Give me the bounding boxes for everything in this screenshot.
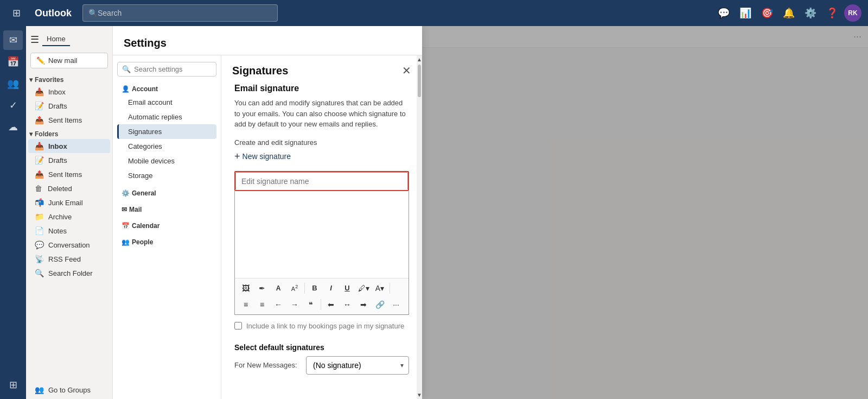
rail-people-icon[interactable]: 👥 — [3, 74, 23, 93]
settings-icon[interactable]: ⚙️ — [801, 3, 820, 23]
mail-section: ✉ Mail — [117, 204, 216, 216]
new-signature-button[interactable]: + New signature — [234, 151, 291, 162]
toolbar-underline-btn[interactable]: U — [340, 281, 355, 296]
toolbar-superscript-btn[interactable]: A2 — [287, 281, 302, 296]
nav-email-account[interactable]: Email account — [117, 95, 216, 110]
signature-name-wrapper — [234, 171, 409, 191]
nav-signatures[interactable]: Signatures — [117, 124, 216, 139]
folders-section[interactable]: ▾ Folders — [26, 127, 112, 139]
settings-body: 🔍 👤 Account Email account Automatic repl… — [113, 55, 422, 399]
rail-apps-icon[interactable]: ⊞ — [3, 375, 23, 395]
notifications-icon[interactable]: 🔔 — [779, 3, 799, 23]
sidebar-item-junk[interactable]: 📬 Junk Email — [28, 195, 110, 210]
signatures-title: Signatures — [232, 65, 288, 77]
apps-icon[interactable]: ⊞ — [7, 3, 26, 23]
create-label: Create and edit signatures — [234, 138, 409, 147]
select-default-label: Select default signatures — [234, 343, 409, 352]
sidebar-item-drafts-fav[interactable]: 📝 Drafts — [28, 99, 110, 113]
toolbar-indent-increase-btn[interactable]: → — [287, 297, 302, 312]
new-mail-button[interactable]: ✏️ New mail — [30, 53, 108, 68]
left-sidebar: ☰ Home ✏️ New mail ▾ Favorites 📥 Inbox 📝… — [26, 26, 113, 399]
sidebar-item-sent-fav[interactable]: 📤 Sent Items — [28, 113, 110, 127]
rail-onedrive-icon[interactable]: ☁ — [3, 117, 23, 137]
rail-calendar-icon[interactable]: 📅 — [3, 52, 23, 72]
general-section: ⚙️ General — [117, 187, 216, 199]
toolbar-highlight-btn[interactable]: 🖊▾ — [356, 281, 371, 296]
toolbar-font-size-btn[interactable]: A — [271, 281, 286, 296]
settings-search-box[interactable]: 🔍 — [117, 62, 216, 77]
settings-overlay: Settings 🔍 👤 Account — [113, 26, 868, 399]
calendar-section-header[interactable]: 📅 Calendar — [117, 220, 216, 232]
general-section-header[interactable]: ⚙️ General — [117, 187, 216, 199]
sidebar-item-search-folder[interactable]: 🔍 Search Folder — [28, 266, 110, 280]
toolbar-align-center-btn[interactable]: ↔ — [340, 297, 355, 312]
toolbar-bold-btn[interactable]: B — [307, 281, 322, 296]
sidebar-item-inbox-fav[interactable]: 📥 Inbox — [28, 85, 110, 99]
scrollbar[interactable]: ▲ ▼ — [417, 55, 422, 399]
bookings-checkbox[interactable] — [234, 322, 242, 330]
settings-search-input[interactable] — [134, 65, 212, 73]
toolbar-align-left-btn[interactable]: ⬅ — [323, 297, 339, 312]
rss-icon: 📡 — [35, 255, 44, 263]
signature-name-input[interactable] — [235, 172, 408, 190]
toolbar-numbering-btn[interactable]: ≡ — [254, 297, 270, 312]
signature-toolbar: 🖼 ✒ A A2 B I U 🖊▾ A▾ — [235, 278, 409, 314]
toolbar-indent-decrease-btn[interactable]: ← — [271, 297, 286, 312]
icon-rail: ✉ 📅 👥 ✓ ☁ ⊞ — [0, 26, 26, 399]
sidebar-item-sent[interactable]: 📤 Sent Items — [28, 167, 110, 181]
content-area: ··· Welcome to Track! Please click ... S… — [113, 26, 868, 399]
nav-categories[interactable]: Categories — [117, 139, 216, 154]
scroll-up-btn[interactable]: ▲ — [416, 55, 422, 64]
toolbar-bullets-btn[interactable]: ≡ — [238, 297, 253, 312]
inbox-folder-icon: 📥 — [35, 142, 44, 150]
go-to-groups[interactable]: 👥 Go to Groups — [28, 383, 110, 397]
sidebar-item-archive[interactable]: 📁 Archive — [28, 210, 110, 224]
nav-mobile-devices[interactable]: Mobile devices — [117, 154, 216, 168]
toolbar-more-btn[interactable]: ··· — [388, 297, 404, 312]
chat-icon[interactable]: 💬 — [714, 3, 733, 23]
toolbar-align-right-btn[interactable]: ➡ — [356, 297, 371, 312]
sidebar-item-rss[interactable]: 📡 RSS Feed — [28, 252, 110, 266]
toolbar-quote-btn[interactable]: ❝ — [303, 297, 318, 312]
scrollbar-thumb[interactable] — [418, 65, 421, 97]
nav-automatic-replies[interactable]: Automatic replies — [117, 110, 216, 124]
top-bar-icons: 💬 📊 🎯 🔔 ⚙️ ❓ RK — [714, 3, 861, 23]
avatar[interactable]: RK — [844, 4, 861, 22]
scroll-down-btn[interactable]: ▼ — [416, 391, 422, 399]
boards-icon[interactable]: 📊 — [736, 3, 755, 23]
close-button[interactable]: ✕ — [402, 64, 411, 77]
account-icon: 👤 — [122, 85, 130, 93]
sidebar-item-notes[interactable]: 📄 Notes — [28, 224, 110, 238]
help-icon[interactable]: ❓ — [822, 3, 842, 23]
sidebar-item-inbox[interactable]: 📥 Inbox — [28, 139, 110, 153]
rail-mail-icon[interactable]: ✉ — [3, 30, 23, 50]
sent-icon: 📤 — [35, 116, 44, 124]
favorites-section[interactable]: ▾ Favorites — [26, 73, 112, 85]
account-section-header[interactable]: 👤 Account — [117, 83, 216, 95]
people-section-header[interactable]: 👥 People — [117, 236, 216, 248]
archive-icon: 📁 — [35, 212, 44, 221]
sidebar-item-drafts[interactable]: 📝 Drafts — [28, 153, 110, 167]
toolbar-format-btn[interactable]: ✒ — [254, 281, 270, 296]
tasks-icon[interactable]: 🎯 — [757, 3, 777, 23]
hamburger-icon[interactable]: ☰ — [30, 34, 39, 46]
home-tab[interactable]: Home — [42, 33, 70, 46]
toolbar-link-btn[interactable]: 🔗 — [372, 297, 387, 312]
mail-section-header[interactable]: ✉ Mail — [117, 204, 216, 216]
rail-tasks-icon[interactable]: ✓ — [3, 96, 23, 115]
toolbar-font-color-btn[interactable]: A▾ — [372, 281, 387, 296]
notes-icon: 📄 — [35, 226, 44, 235]
search-bar[interactable]: 🔍 — [82, 4, 278, 22]
drafts-folder-icon: 📝 — [35, 156, 44, 164]
toolbar-italic-btn[interactable]: I — [323, 281, 339, 296]
toolbar-sep-2 — [390, 283, 390, 294]
settings-panel: Settings 🔍 👤 Account — [113, 26, 422, 399]
sidebar-item-deleted[interactable]: 🗑 Deleted — [28, 181, 110, 195]
search-input[interactable] — [98, 9, 272, 17]
nav-storage[interactable]: Storage — [117, 168, 216, 183]
toolbar-sep-3 — [321, 299, 321, 310]
new-messages-select[interactable]: (No signature) — [306, 356, 409, 375]
signature-editor-area[interactable] — [235, 191, 409, 278]
toolbar-image-btn[interactable]: 🖼 — [238, 281, 253, 296]
sidebar-item-conversation[interactable]: 💬 Conversation — [28, 238, 110, 252]
